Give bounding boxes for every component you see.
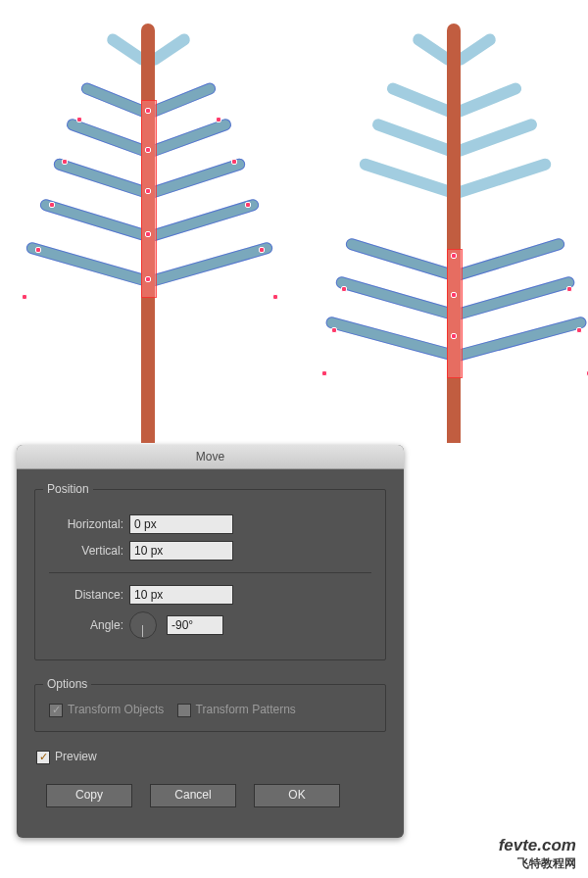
transform-patterns-row: Transform Patterns <box>177 703 296 716</box>
distance-label: Distance: <box>49 588 123 602</box>
position-group-label: Position <box>43 482 93 496</box>
tree-left: placeholder <box>8 14 292 435</box>
horizontal-label: Horizontal: <box>49 517 123 531</box>
options-group-label: Options <box>43 677 91 691</box>
dialog-buttons: Copy Cancel OK <box>46 784 384 807</box>
distance-field[interactable]: 10 px <box>129 585 233 605</box>
illustration-area: placeholder <box>0 0 588 441</box>
transform-patterns-label: Transform Patterns <box>196 703 296 716</box>
watermark-url: fevte.com <box>499 836 576 855</box>
cancel-button[interactable]: Cancel <box>150 784 236 807</box>
preview-checkbox[interactable] <box>36 751 50 764</box>
preview-label: Preview <box>55 750 97 763</box>
move-dialog: Move Position Horizontal: 0 px Vertical:… <box>17 445 404 838</box>
preview-row[interactable]: Preview <box>36 750 384 764</box>
transform-objects-checkbox <box>49 704 63 717</box>
dialog-title: Move <box>17 445 404 469</box>
horizontal-field[interactable]: 0 px <box>129 514 233 534</box>
tree-right <box>314 14 588 435</box>
options-group: Options Transform Objects Transform Patt… <box>34 684 386 732</box>
position-group: Position Horizontal: 0 px Vertical: 10 p… <box>34 489 386 660</box>
transform-objects-row: Transform Objects <box>49 703 168 716</box>
angle-label: Angle: <box>49 618 123 632</box>
angle-field[interactable]: -90° <box>167 615 223 635</box>
watermark: fevte.com 飞特教程网 <box>499 836 576 872</box>
divider <box>49 572 371 573</box>
transform-objects-label: Transform Objects <box>68 703 164 716</box>
watermark-name: 飞特教程网 <box>499 855 576 872</box>
vertical-field[interactable]: 10 px <box>129 541 233 561</box>
copy-button[interactable]: Copy <box>46 784 132 807</box>
transform-patterns-checkbox <box>177 704 191 717</box>
angle-dial-icon[interactable] <box>129 611 157 639</box>
vertical-label: Vertical: <box>49 544 123 558</box>
ok-button[interactable]: OK <box>254 784 340 807</box>
trunk <box>447 24 461 443</box>
